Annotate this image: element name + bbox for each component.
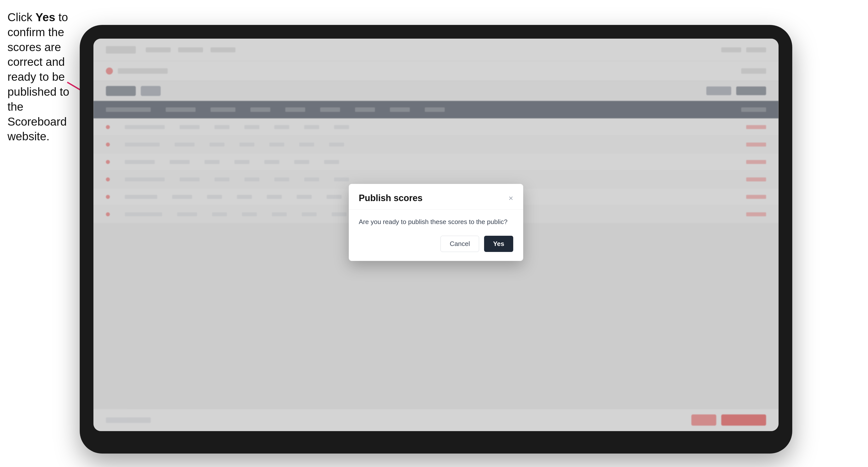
cancel-button[interactable]: Cancel bbox=[440, 236, 479, 252]
instruction-bold: Yes bbox=[35, 11, 55, 24]
instruction-part1: Click bbox=[7, 11, 35, 24]
modal-body: Are you ready to publish these scores to… bbox=[349, 210, 523, 236]
modal-footer: Cancel Yes bbox=[349, 236, 523, 261]
publish-scores-modal[interactable]: Publish scores × Are you ready to publis… bbox=[349, 184, 523, 261]
modal-title: Publish scores bbox=[359, 193, 423, 204]
yes-button[interactable]: Yes bbox=[484, 236, 513, 252]
instruction-part2: to confirm the scores are correct and re… bbox=[7, 11, 69, 143]
modal-message: Are you ready to publish these scores to… bbox=[359, 217, 513, 227]
tablet-screen: Publish scores × Are you ready to publis… bbox=[93, 39, 779, 431]
modal-header: Publish scores × bbox=[349, 184, 523, 210]
modal-close-button[interactable]: × bbox=[508, 194, 513, 202]
modal-overlay: Publish scores × Are you ready to publis… bbox=[93, 39, 779, 431]
instruction-text: Click Yes to confirm the scores are corr… bbox=[7, 10, 77, 144]
tablet-frame: Publish scores × Are you ready to publis… bbox=[80, 25, 792, 454]
